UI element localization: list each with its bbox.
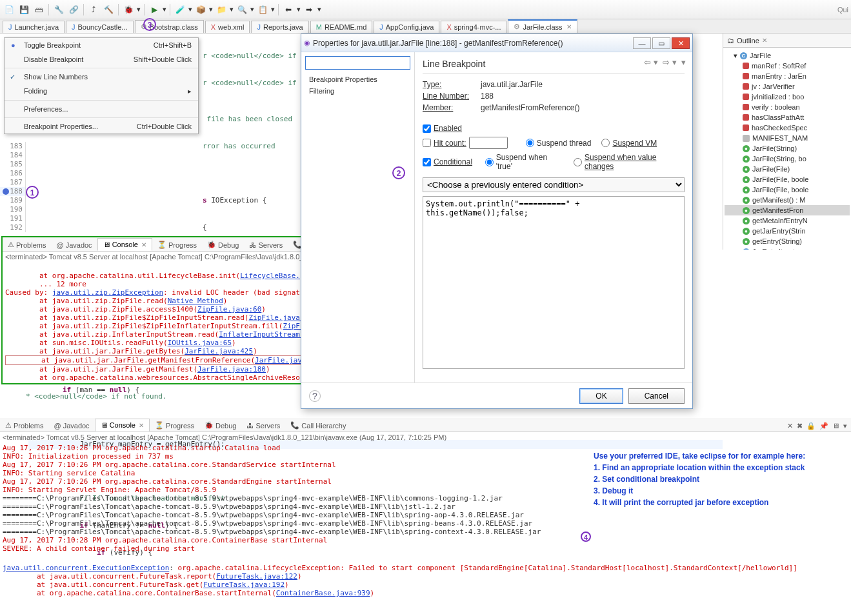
suspend-thread-radio[interactable] [526,139,534,147]
toggle-icon[interactable]: 🔧 [52,3,65,16]
view-progress[interactable]: ⏳ Progress [152,239,202,251]
build-icon[interactable]: 🔨 [102,3,115,16]
view-servers[interactable]: 🖧 Servers [244,239,288,251]
view-problems[interactable]: ⚠ Problems [0,419,48,432]
tab-bootstrap[interactable]: ⚙Bootstrap.class [135,20,204,33]
debug-icon[interactable]: 🐞 [122,3,135,16]
tab-spring[interactable]: Xspring4-mvc-... [441,21,506,33]
hitcount-checkbox[interactable] [423,139,431,147]
pin-icon[interactable]: 📌 [819,422,828,430]
save-all-icon[interactable]: 🗃 [32,3,45,16]
nav-fwd-icon[interactable]: ⇨ ▾ [663,57,677,67]
help-icon[interactable]: ? [309,390,321,402]
enabled-checkbox[interactable] [423,124,431,133]
view-javadoc[interactable]: @ Javadoc [51,239,97,251]
when-change-radio[interactable] [574,158,582,166]
view-console[interactable]: 🖥 Console ✕ [97,238,152,251]
console-output-stack: java.util.concurrent.ExecutionException:… [0,554,851,607]
save-icon[interactable]: 💾 [17,3,30,16]
condition-editor[interactable] [423,196,685,369]
menu-prefs[interactable]: Preferences... [5,102,198,116]
tab-bouncy[interactable]: JBouncyCastle... [66,21,134,33]
outline-title: Outline [737,37,759,45]
dialog-nav: Breakpoint Properties Filtering [301,52,415,383]
dialog-content: ⇦ ▾ ⇨ ▾ ▾ Line Breakpoint Type:java.util… [415,52,692,383]
tab-readme[interactable]: MREADME.md [310,21,373,33]
filter-icon[interactable]: 📋 [256,3,269,16]
view-callh[interactable]: 📞 Call Hierarchy [285,419,351,432]
link-icon[interactable]: 🔗 [67,3,80,16]
open-icon[interactable]: ▾ [843,422,847,430]
view-debug[interactable]: 🐞 Debug [202,239,244,251]
dropdown-icon[interactable]: ▾ [137,5,141,14]
view-servers[interactable]: 🖧 Servers [241,420,285,432]
tab-reports[interactable]: JReports.java [251,21,308,33]
suspend-vm-radio[interactable] [601,139,610,147]
menu-show-lines[interactable]: ✓Show Line Numbers [5,70,198,84]
console-status: <terminated> Tomcat v8.5 Server at local… [0,432,851,442]
remove-all-icon[interactable]: ✖ [797,422,803,430]
ruler-context-menu: ●Toggle BreakpointCtrl+Shift+B Disable B… [4,37,199,134]
dropdown-icon[interactable]: ▾ [163,5,166,14]
nav-back-icon[interactable]: ⇦ ▾ [644,57,658,67]
view-problems[interactable]: ⚠ Problems [3,239,51,251]
run-icon[interactable]: ▶ [148,3,161,16]
annotation-text: Use your preferred IDE, take eclipse for… [594,452,851,510]
close-button[interactable]: ✕ [672,37,690,49]
menu-folding[interactable]: Folding▸ [5,84,198,99]
dialog-titlebar[interactable]: ◉ Properties for java.util.jar.JarFile [… [301,34,692,52]
cancel-button[interactable]: Cancel [628,388,685,404]
hitcount-input[interactable] [469,137,508,149]
clear-icon[interactable]: ✕ [787,422,793,430]
outline-view: 🗂 Outline ✕ ▾CJarFile manRef : SoftRefma… [723,34,851,250]
conditional-checkbox[interactable] [423,158,431,166]
fwd-icon[interactable]: ➡ [303,3,315,16]
code-comment: * <code>null</code> if not found. [26,392,167,401]
filter-input[interactable] [305,56,410,70]
view-progress[interactable]: ⏳ Progress [150,419,199,432]
skip-icon[interactable]: ⤴ [87,3,100,16]
coverage-icon[interactable]: 🧪 [174,3,186,16]
outline-icon: 🗂 [727,37,734,45]
search-icon[interactable]: 🔍 [235,3,248,16]
display-icon[interactable]: 🖥 [832,422,839,430]
line-numbers: 183184185 186187 188 189190191192 [1,142,26,232]
ext2-icon[interactable]: 📁 [215,3,228,16]
close-icon[interactable]: ✕ [762,37,767,44]
lock-icon[interactable]: 🔒 [806,422,816,430]
when-true-radio[interactable] [485,158,494,166]
new-icon[interactable]: 📄 [3,3,15,16]
menu-toggle-bp[interactable]: ●Toggle BreakpointCtrl+Shift+B [5,38,198,52]
ok-button[interactable]: OK [579,388,623,404]
dialog-title: Properties for java.util.jar.JarFile [li… [310,39,632,48]
tab-appconfig[interactable]: JAppConfig.java [374,21,439,33]
tab-launcher[interactable]: JLauncher.java [3,21,65,33]
maximize-button[interactable]: ▭ [652,37,670,49]
condition-history[interactable]: <Choose a previously entered condition> [423,177,685,192]
lower-console: ⚠ Problems @ Javadoc 🖥 Console ✕ ⏳ Progr… [0,418,851,607]
tab-jarfile[interactable]: ⚙JarFile.class✕ [508,19,577,33]
back-icon[interactable]: ⬅ [282,3,295,16]
main-toolbar: 📄 💾 🗃 🔧 🔗 ⤴ 🔨 🐞▾ ▶▾ 🧪▾ 📦▾ 📁▾ 🔍▾ 📋▾ ⬅▾ ➡▾… [0,0,851,19]
nav-bp-props[interactable]: Breakpoint Properties [305,74,410,85]
menu-icon[interactable]: ▾ [681,57,686,67]
close-icon[interactable]: ✕ [566,23,572,30]
minimize-button[interactable]: — [633,37,651,49]
editor-tabs: JLauncher.java JBouncyCastle... ⚙Bootstr… [0,19,851,34]
view-javadoc[interactable]: @ Javadoc [48,420,94,432]
quick-access[interactable]: Qui [837,6,848,14]
tab-webxml[interactable]: Xweb.xml [205,21,250,33]
properties-dialog: ◉ Properties for java.util.jar.JarFile [… [301,34,693,409]
ext-icon[interactable]: 📦 [194,3,207,16]
breakpoint-marker[interactable] [3,188,9,195]
nav-filtering[interactable]: Filtering [305,85,410,97]
outline-tree[interactable]: ▾CJarFile manRef : SoftRefmanEntry : Jar… [723,48,851,250]
eclipse-icon: ◉ [304,39,310,47]
view-console[interactable]: 🖥 Console ✕ [95,419,150,432]
view-debug[interactable]: 🐞 Debug [199,419,241,432]
menu-bp-props[interactable]: Breakpoint Properties...Ctrl+Double Clic… [5,119,198,134]
menu-disable-bp[interactable]: Disable BreakpointShift+Double Click [5,52,198,66]
